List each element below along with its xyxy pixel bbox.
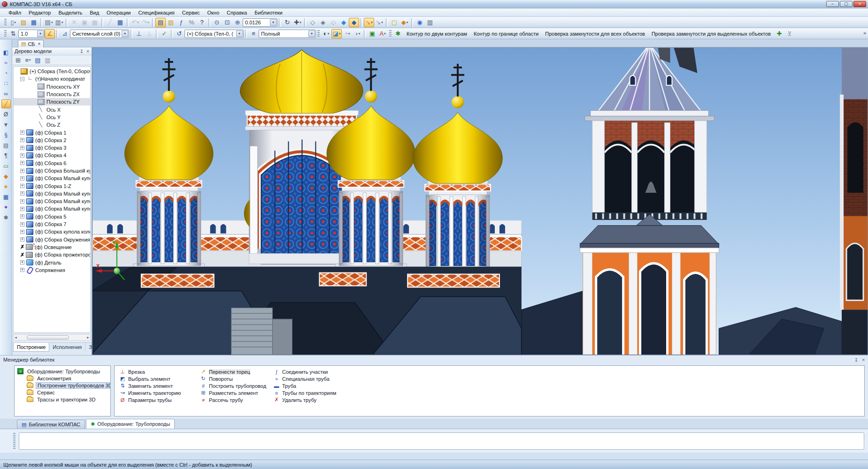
cs-tool-2-button[interactable]: ⊥ ▾ [144,29,154,38]
menu-item[interactable]: Спецификация [135,9,178,16]
pin-icon[interactable]: ↧ [854,357,858,363]
tree-expander[interactable]: + [20,146,24,150]
scroll-left-icon[interactable]: ◄ [14,336,17,339]
minimize-button[interactable]: – [826,1,839,7]
tree-filter-button[interactable]: ≡ ▾ [23,56,32,64]
zoom-scale-combo[interactable]: 0.0126 ▾ [243,18,277,27]
panel-sheet-metal[interactable]: ▭ [1,161,11,170]
panel-curves[interactable]: ≈ [1,58,11,67]
library-add-button[interactable]: ✚ ▾ [774,29,784,38]
check-closure-all-button[interactable]: Проверка замкнутости для всех объектов ▾ [542,29,648,38]
library-command[interactable]: ◩ Выбрать элемент [119,375,200,382]
step-combo[interactable]: 1.0 ▾ [18,30,45,38]
panel-surfaces[interactable]: ◔ [1,68,11,77]
tree-expander[interactable]: − [20,77,24,81]
undo-button[interactable]: ↶ ▾ [130,18,140,27]
section-display-button[interactable]: ◆ ▾ [399,18,410,27]
tree-item[interactable]: Плоскость ZY [14,98,90,106]
property-bar-field[interactable] [19,432,864,450]
display-shaded-button[interactable]: ◆ ▾ [338,18,349,27]
tree-item[interactable]: + (ф) Сборка купола колок [14,228,90,235]
close-button[interactable]: × [853,1,866,7]
panel-mates[interactable]: ∞ [1,89,11,98]
tree-expander[interactable]: + [20,222,24,227]
display-shaded-edges-button[interactable]: ◆ ▾ [349,18,359,27]
tree-item[interactable]: ✗ (ф) Сборка прожекторо [14,251,90,258]
insert-object-button[interactable]: ⊻ ▾ [784,29,795,38]
print-button[interactable]: ▤ ▾ [44,18,54,27]
local-cs-button[interactable]: ⊿ ▾ [60,29,70,38]
menu-item[interactable]: Вид [86,9,103,16]
clip-plane-2-button[interactable]: ◑ ▾ [352,29,362,38]
library-command[interactable]: ↻ Повороты [200,375,273,382]
3d-viewport[interactable]: Y X [92,47,868,355]
tree-item[interactable]: + Сопряжения [14,266,90,274]
tree-expander[interactable]: + [20,260,24,265]
library-root-item[interactable]: ≡ Оборудование: Трубопроводы [17,368,110,375]
tree-expander[interactable]: + [20,169,24,173]
toolbar-overflow-chevron[interactable]: » [863,30,866,36]
exchange-button[interactable]: % ▾ [186,18,197,27]
library-command[interactable]: ⇅ Заменить элемент [119,382,200,389]
library-command[interactable]: ∫ Соединить участки [273,368,376,375]
tree-item[interactable]: Ось Z [14,121,90,129]
tab-kompas-libraries[interactable]: ▤ Библиотеки КОМПАС [17,420,85,429]
redo-button[interactable]: ↷ ▾ [140,18,151,27]
menu-item[interactable]: Справка [223,9,251,16]
tree-item[interactable]: + (ф) Сборка Малый купол [14,174,90,182]
library-command[interactable]: ↝ Изменить траекторию [119,389,200,396]
panel-apps[interactable]: ✦ [1,203,11,212]
new-document-button[interactable]: ▯ ▾ [8,18,18,27]
panel-libraries[interactable]: ▦ [1,192,11,201]
context-help-button[interactable]: ? ▾ [197,18,207,27]
maximize-button[interactable]: ▢ [840,1,853,7]
tree-expander[interactable]: + [20,153,24,158]
scrollbar-thumb[interactable] [27,335,69,340]
library-command[interactable]: ⊥ Врезка [119,368,200,375]
tree-composition-button[interactable]: ⊞ ▾ [14,56,23,64]
library-command[interactable]: ✗ Удалить трубу [273,396,376,403]
print-preview-button[interactable]: ▥ ▾ [54,18,64,27]
tree-item[interactable]: + (ф) Сборка 6 [14,159,90,167]
panel-annotations[interactable]: ¶ [1,151,11,160]
menu-item[interactable]: Редактор [25,9,54,16]
tree-item[interactable]: + (ф) Сборка 2 [14,136,90,144]
tab-versions[interactable]: Исполнения [49,343,85,351]
library-folder-item[interactable]: Трассы и траектории 3D [17,396,110,403]
rebuild-model-button[interactable]: ◉ ▾ [415,18,425,27]
tree-item[interactable]: + (ф) Сборка Малый купол [14,190,90,197]
clip-plane-button[interactable]: ◔ ▾ [342,29,352,38]
scroll-right-icon[interactable]: ► [86,336,90,339]
tree-item[interactable]: ✗ (ф) Освещение [14,243,90,251]
tree-doc-structure-button[interactable]: ▤ ▾ [33,56,42,64]
panel-spec[interactable]: § [1,130,11,139]
save-document-button[interactable]: ▦ ▾ [29,18,39,27]
pan-view-button[interactable]: ✚ ▾ [292,18,303,27]
tree-item[interactable]: + (ф) Сборка 3 [14,144,90,151]
layer-combo[interactable]: Системный слой (0) ▾ [70,30,129,38]
tree-horizontal-scrollbar[interactable]: ◄ ► [13,334,91,341]
tree-item[interactable]: Плоскость ZX [14,91,90,98]
panel-features[interactable]: ★ [1,182,11,191]
tree-expander[interactable]: + [20,199,24,204]
tree-expander[interactable]: + [20,268,24,272]
panel-forming[interactable]: ◆ [1,172,11,181]
library-command[interactable]: ≡ Трубы по траекториям [273,389,376,396]
tree-expander[interactable]: + [20,191,24,196]
snap-settings-button[interactable]: ∠ ▾ [45,29,55,38]
library-command[interactable]: Ø Параметры трубы [119,396,200,403]
sketch-mode-button[interactable]: ▢ ▾ [389,18,399,27]
tree-item[interactable]: + (ф) Сборка 1-Z [14,182,90,189]
contour-two-contours-button[interactable]: Контур по двум контурам ▾ [403,29,470,38]
check-closure-selected-button[interactable]: Проверка замкнутости для выделенных объе… [648,29,774,38]
tab-construction[interactable]: Построение [13,343,49,352]
check-document-button[interactable]: ✓ ▾ [159,29,169,38]
tree-expander[interactable]: + [20,230,24,234]
menu-item[interactable]: Сервис [178,9,204,16]
panel-filters[interactable]: ▼ [1,120,11,129]
paste-button[interactable]: ▩ ▾ [90,18,100,27]
library-command[interactable]: ≈ Специальная труба [273,375,376,382]
orientation-sphere-button[interactable]: ◐ ▾ [321,29,331,38]
library-command[interactable]: # Построить трубопровод [200,382,273,389]
zoom-window-button[interactable]: ⊡ ▾ [222,18,232,27]
